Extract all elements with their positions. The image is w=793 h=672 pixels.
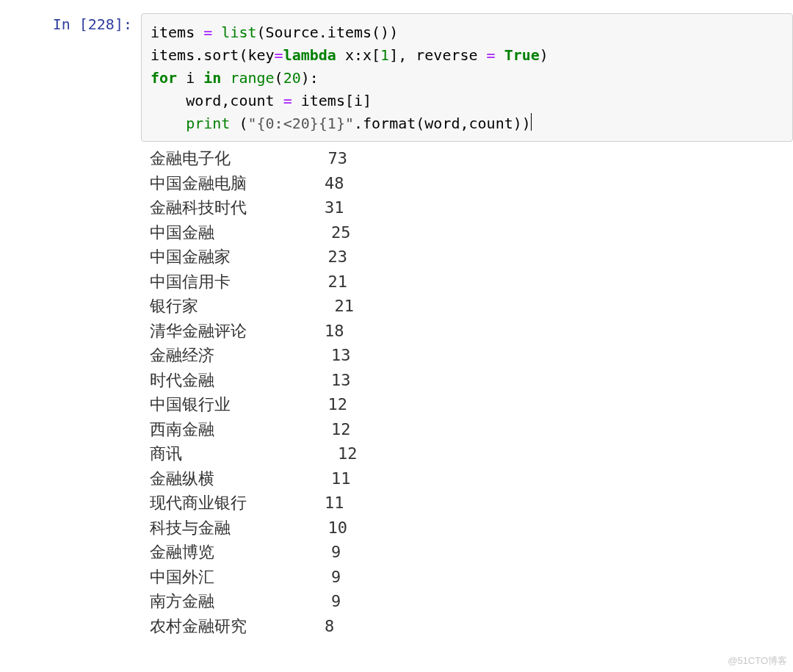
cell-prompt: In [228]: — [22, 13, 141, 35]
output-cell: 金融电子化 73 中国金融电脑 48 金融科技时代 31 中国金融 25 中国金… — [0, 142, 793, 648]
prompt-in: In — [53, 15, 79, 33]
code-input[interactable]: items = list(Source.items()) items.sort(… — [141, 13, 793, 142]
code-cell: In [228]: items = list(Source.items()) i… — [0, 0, 793, 142]
stdout-text: 金融电子化 73 中国金融电脑 48 金融科技时代 31 中国金融 25 中国金… — [141, 142, 793, 648]
prompt-count: [228]: — [79, 15, 132, 33]
text-cursor — [531, 113, 532, 131]
